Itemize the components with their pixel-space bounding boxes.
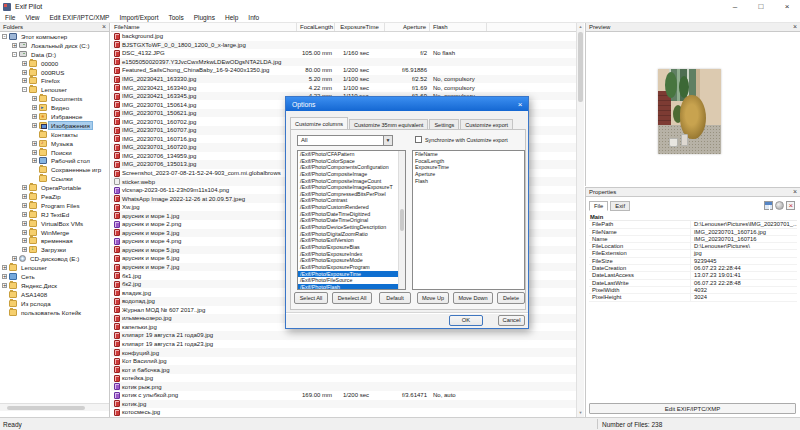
available-tag-item[interactable]: /Exif/Photo/CompressedBitsPerPixel	[298, 191, 405, 198]
tree-item[interactable]: +Поиски	[0, 148, 110, 157]
menu-item-3[interactable]: Import/Export	[114, 13, 163, 23]
property-row[interactable]: DateCreation06.07.23 22:28:44	[589, 265, 797, 272]
file-row[interactable]: BJSTGXToWF_0_0_1800_1200_0_x-large.jpg	[111, 41, 576, 50]
dialog-tab-0[interactable]: Customize columns	[290, 117, 348, 129]
menu-item-4[interactable]: Tools	[163, 13, 188, 23]
available-tag-item[interactable]: /Exif/Photo/CFAPattern	[298, 151, 405, 158]
minimize-button[interactable]: –	[722, 0, 748, 13]
expander-icon[interactable]: +	[22, 185, 27, 190]
ok-button[interactable]: OK	[449, 315, 483, 326]
file-row[interactable]: Featured_SailsChong_ChinaBaby_16-9-2400x…	[111, 66, 576, 75]
file-row[interactable]: Кот Василий.jpg	[111, 357, 576, 366]
expander-icon[interactable]: +	[22, 238, 27, 243]
tree-item[interactable]: +Музыка	[0, 139, 110, 148]
list-scrollbar[interactable]	[398, 151, 405, 289]
expander-icon[interactable]: +	[22, 203, 27, 208]
tree-item[interactable]: +RJ TextEd	[0, 210, 110, 219]
tab-file[interactable]: File	[589, 201, 608, 211]
column-header-focallength[interactable]: FocalLength	[297, 23, 335, 31]
property-row[interactable]: FileSize9239445	[589, 258, 797, 265]
dialog-close-icon[interactable]: ×	[512, 100, 528, 109]
available-tag-item[interactable]: /Exif/Photo/ComponentsConfiguration	[298, 164, 405, 171]
expander-icon[interactable]: +	[32, 150, 37, 155]
file-row[interactable]: IMG_20230421_163340.jpg4.22 mm1/100 secf…	[111, 83, 576, 92]
sphere-icon[interactable]	[775, 201, 784, 210]
expander-icon[interactable]: +	[2, 274, 7, 279]
tree-item[interactable]: Из рслода	[0, 299, 110, 308]
red-x-icon[interactable]	[786, 201, 795, 210]
tree-item[interactable]: ASA1408	[0, 290, 110, 299]
scroll-up-icon[interactable]: ▲	[577, 23, 584, 31]
column-header-exposuretime[interactable]: ExposureTime	[335, 23, 385, 31]
menu-item-7[interactable]: Info	[243, 13, 264, 23]
close-button[interactable]: ×	[774, 0, 800, 13]
available-tag-item[interactable]: /Exif/Photo/ExposureTime	[298, 271, 405, 278]
scroll-down-icon[interactable]: ▼	[577, 409, 584, 417]
dialog-tab-2[interactable]: Settings	[429, 119, 459, 129]
sync-checkbox[interactable]	[415, 136, 422, 143]
file-row[interactable]: background.jpg	[111, 32, 576, 41]
tree-item[interactable]: +временная	[0, 236, 110, 245]
tree-item[interactable]: +Сеть	[0, 272, 110, 281]
default-button[interactable]: Default	[379, 292, 411, 304]
file-row[interactable]: котик.jpg	[111, 400, 576, 409]
expander-icon[interactable]: +	[32, 123, 37, 128]
chosen-column-item[interactable]: Aperture	[413, 171, 524, 178]
tree-item[interactable]: +00000	[0, 59, 110, 68]
tree-item[interactable]: +Избранное	[0, 112, 110, 121]
tree-item[interactable]: +PeaZip	[0, 192, 110, 201]
file-row[interactable]: IMG_20230421_163330.jpg5.20 mm1/100 secf…	[111, 75, 576, 84]
available-tag-item[interactable]: /Exif/Photo/ExposureIndex	[298, 251, 405, 258]
move-down-button[interactable]: Move Down	[453, 292, 493, 304]
tree-item[interactable]: пользователь Котейк	[0, 308, 110, 317]
available-tag-item[interactable]: /Exif/Photo/FileSource	[298, 277, 405, 284]
file-row[interactable]: кот и бабочка.jpg	[111, 365, 576, 374]
expander-icon[interactable]: +	[22, 212, 27, 217]
file-row[interactable]: e1505050020397.Y3JvcCwxMzkwLDEwODgsNTA2L…	[111, 58, 576, 67]
expander-icon[interactable]: +	[32, 158, 37, 163]
edit-exif-button[interactable]: Edit EXIF/IPTC/XMP	[589, 403, 796, 414]
cancel-button[interactable]: Cancel	[498, 315, 525, 326]
tree-item[interactable]: +Яндекс.Диск	[0, 281, 110, 290]
menu-item-5[interactable]: Plugins	[189, 13, 220, 23]
property-row[interactable]: PixelHeight3024	[589, 294, 797, 301]
available-tag-item[interactable]: /Exif/Photo/ColorSpace	[298, 158, 405, 165]
available-tag-item[interactable]: /Exif/Photo/ExifVersion	[298, 237, 405, 244]
expander-icon[interactable]: +	[2, 283, 7, 288]
scrollbar-thumb[interactable]	[400, 209, 404, 231]
available-tag-item[interactable]: /Exif/Photo/CompositeImageCount	[298, 178, 405, 185]
available-tag-item[interactable]: /Exif/Photo/ExposureMode	[298, 257, 405, 264]
expander-icon[interactable]: +	[22, 221, 27, 226]
property-row[interactable]: FileExtensionjpg	[589, 250, 797, 257]
property-row[interactable]: FilePathD:\Lenouser\Pictures\IMG_2023070…	[589, 221, 797, 228]
tab-exif[interactable]: Exif	[610, 201, 630, 211]
file-row[interactable]: клипарт 19 августа 21 года23.jpg	[111, 340, 576, 349]
tree-item[interactable]: +Загрузки	[0, 245, 110, 254]
expander-icon[interactable]: +	[22, 247, 27, 252]
tree-item[interactable]: Контакты	[0, 130, 110, 139]
tree-item[interactable]: Сохраненные игр	[0, 165, 110, 174]
available-tag-item[interactable]: /Exif/Photo/ExposureProgram	[298, 264, 405, 271]
tree-item[interactable]: Ссылки	[0, 174, 110, 183]
preview-close-icon[interactable]: ×	[793, 23, 797, 31]
tree-item[interactable]: +OperaPortable	[0, 183, 110, 192]
available-tag-item[interactable]: /Exif/Photo/CompositeImage	[298, 171, 405, 178]
dialog-tab-3[interactable]: Customize export	[460, 119, 513, 129]
chosen-column-item[interactable]: ExposureTime	[413, 164, 524, 171]
expander-icon[interactable]: +	[32, 114, 37, 119]
delete-button[interactable]: Delete	[497, 292, 525, 304]
chosen-column-item[interactable]: FileName	[413, 151, 524, 158]
property-row[interactable]: DateLastWrite06.07.23 22:28:48	[589, 280, 797, 287]
available-tag-item[interactable]: /Exif/Photo/Flash	[298, 284, 405, 290]
tree-item[interactable]: +Lenouser	[0, 263, 110, 272]
tree-item[interactable]: -Этот компьютер	[0, 32, 110, 41]
chosen-column-item[interactable]: Flash	[413, 178, 524, 185]
file-row[interactable]: котейка.jpg	[111, 374, 576, 383]
expander-icon[interactable]: +	[32, 141, 37, 146]
tree-item[interactable]: +VirtualBox VMs	[0, 219, 110, 228]
filter-dropdown[interactable]: All ▼	[297, 135, 393, 146]
deselect-all-button[interactable]: Deselect All	[332, 292, 372, 304]
tree-item[interactable]: +Documents	[0, 94, 110, 103]
menu-item-2[interactable]: Edit EXIF/IPTC/XMP	[44, 13, 114, 23]
tree-item[interactable]: +Локальный диск (C:)	[0, 41, 110, 50]
